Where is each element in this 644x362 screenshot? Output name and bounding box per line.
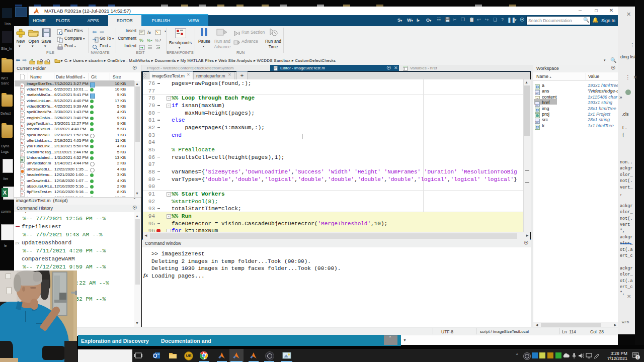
svg-text:fx: fx	[147, 30, 151, 35]
svg-text:%↗: %↗	[155, 38, 161, 43]
svg-text:%×: %×	[147, 38, 153, 43]
svg-text:%: %	[139, 38, 143, 43]
